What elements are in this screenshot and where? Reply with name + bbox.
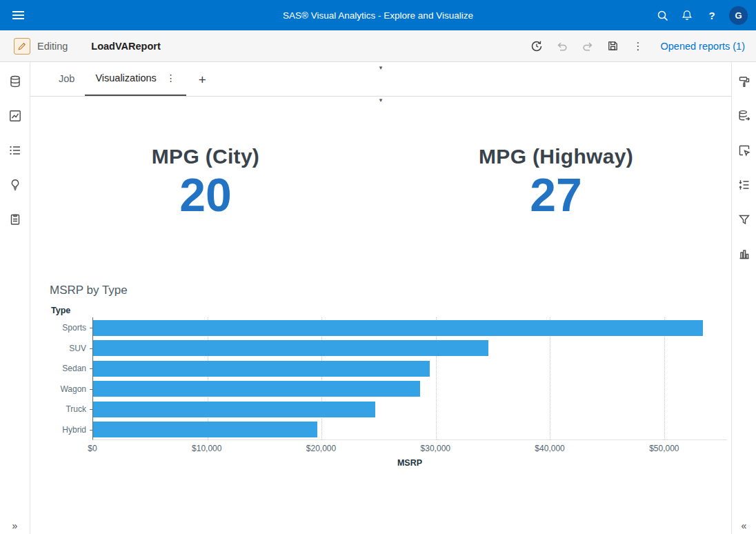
bar[interactable] — [93, 422, 317, 437]
mode-label: Editing — [37, 41, 68, 52]
x-tick-label: $20,000 — [306, 444, 336, 453]
bar-rows: SportsSUVSedanWagonTruckHybrid — [93, 317, 727, 439]
history-refresh-icon — [530, 39, 544, 53]
edit-mode-button[interactable] — [14, 38, 30, 55]
tab-bar: ▾ Job Visualizations ⋮ + — [30, 62, 731, 97]
bar-row: Sedan — [93, 358, 727, 379]
more-options-button[interactable]: ⋮ — [630, 40, 646, 52]
category-label: Hybrid — [62, 425, 86, 435]
styles-panel-button[interactable] — [734, 71, 755, 92]
x-axis-labels: $0$10,000$20,000$30,000$40,000$50,000 — [92, 440, 727, 454]
right-rail: « — [731, 62, 756, 534]
x-tick-label: $0 — [88, 444, 97, 453]
category-label: Wagon — [60, 384, 86, 394]
notifications-button[interactable] — [679, 8, 695, 23]
x-tick-label: $10,000 — [192, 444, 221, 453]
bar[interactable] — [93, 361, 430, 377]
expand-left-rail-button[interactable]: » — [0, 520, 30, 531]
bar[interactable] — [93, 340, 488, 356]
redo-button[interactable] — [579, 38, 596, 55]
category-label: Sports — [62, 323, 86, 333]
avatar[interactable]: G — [729, 6, 748, 25]
history-button[interactable] — [528, 38, 545, 55]
lightbulb-icon — [8, 178, 22, 192]
x-tick-label: $30,000 — [421, 444, 450, 453]
bar[interactable] — [93, 381, 420, 397]
data-assign-panel-button[interactable] — [734, 106, 755, 126]
toolbar-actions: ⋮ Opened reports (1) — [528, 38, 745, 55]
add-tab-button[interactable]: + — [199, 73, 206, 86]
kpi-object-mpg-city[interactable]: MPG (City) 20 — [30, 145, 381, 220]
kpi-object-mpg-highway[interactable]: MPG (Highway) 27 — [381, 145, 731, 220]
clipboard-icon — [8, 212, 22, 226]
funnel-icon — [737, 212, 751, 226]
topbar-actions: ? G — [655, 6, 748, 25]
pointer-box-icon — [737, 144, 751, 157]
report-panel-button[interactable] — [5, 209, 26, 230]
kpi-title: MPG (Highway) — [381, 145, 731, 168]
bell-icon — [681, 9, 693, 21]
app-title: SAS® Visual Analytics - Explore and Visu… — [283, 10, 473, 21]
pencil-icon — [17, 41, 27, 51]
bar-row: Wagon — [93, 379, 727, 399]
bar-row: Sports — [93, 317, 727, 338]
kpi-row: MPG (City) 20 MPG (Highway) 27 — [30, 145, 731, 220]
opened-reports-link[interactable]: Opened reports (1) — [660, 41, 745, 52]
category-label: SUV — [69, 344, 86, 353]
database-icon — [8, 75, 22, 88]
undo-button[interactable] — [554, 38, 570, 55]
report-name: LoadVAReport — [91, 41, 160, 52]
app-window: SAS® Visual Analytics - Explore and Visu… — [0, 0, 756, 534]
kpi-value: 20 — [30, 170, 381, 220]
visualizations-panel-button[interactable] — [5, 106, 26, 126]
data-panel-button[interactable] — [5, 71, 26, 92]
line-chart-icon — [8, 109, 22, 123]
bar-row: SUV — [93, 338, 727, 359]
save-icon — [606, 39, 619, 52]
bar-row: Hybrid — [93, 419, 727, 440]
category-label: Truck — [66, 404, 86, 414]
hamburger-icon — [12, 11, 24, 12]
main-content: ▾ Job Visualizations ⋮ + ▾ MPG (City) 20 — [30, 62, 731, 534]
bar-chart-object[interactable]: MSRP by Type Type SportsSUVSedanWagonTru… — [50, 284, 727, 468]
collapse-right-rail-button[interactable]: « — [732, 520, 756, 531]
roles-panel-button[interactable] — [734, 140, 755, 161]
tab-visualizations[interactable]: Visualizations ⋮ — [85, 61, 186, 96]
tab-label: Job — [59, 73, 74, 84]
undo-icon — [555, 39, 569, 53]
left-rail: » — [0, 62, 30, 534]
help-button[interactable]: ? — [704, 8, 720, 23]
save-button[interactable] — [605, 38, 621, 54]
suggestions-panel-button[interactable] — [5, 175, 26, 195]
bar[interactable] — [93, 402, 375, 417]
filters-panel-button[interactable] — [734, 209, 755, 230]
options-panel-button[interactable] — [734, 175, 755, 195]
kpi-value: 27 — [381, 170, 731, 220]
ranks-panel-button[interactable] — [734, 244, 755, 264]
x-tick-label: $40,000 — [535, 444, 564, 453]
collapse-tabbar-caret-icon[interactable]: ▾ — [379, 65, 383, 71]
tab-label: Visualizations — [95, 72, 156, 83]
bar-chart-icon — [737, 247, 751, 261]
chart-title: MSRP by Type — [50, 284, 727, 297]
redo-icon — [581, 39, 595, 53]
report-toolbar: Editing LoadVAReport ⋮ Opened reports (1… — [0, 30, 756, 62]
collapse-canvas-caret-icon[interactable]: ▾ — [379, 97, 383, 103]
paint-roller-icon — [737, 75, 751, 88]
x-tick-label: $50,000 — [649, 444, 679, 453]
menu-button[interactable] — [8, 5, 28, 26]
workspace: » ▾ Job Visualizations ⋮ + ▾ M — [0, 62, 756, 534]
search-icon — [656, 9, 669, 22]
tab-menu-icon[interactable]: ⋮ — [166, 72, 176, 83]
plot-area: SportsSUVSedanWagonTruckHybrid — [92, 317, 727, 440]
x-axis-title: MSRP — [92, 458, 727, 468]
report-canvas: ▾ MPG (City) 20 MPG (Highway) 27 MSRP by… — [30, 97, 731, 534]
bar-row: Truck — [93, 399, 727, 419]
category-label: Sedan — [62, 364, 86, 373]
search-button[interactable] — [655, 8, 670, 23]
outline-panel-button[interactable] — [5, 140, 26, 161]
tab-job[interactable]: Job — [48, 61, 85, 96]
sort-arrows-icon — [737, 178, 751, 192]
bar[interactable] — [93, 320, 703, 336]
y-axis-title: Type — [51, 306, 727, 315]
